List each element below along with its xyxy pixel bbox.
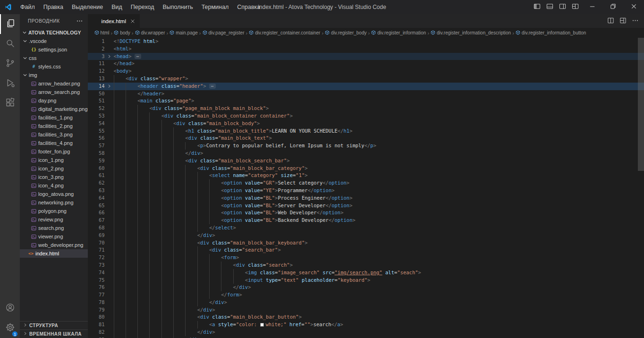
code-line-56[interactable]: 56 <div class="main_block_text">: [88, 135, 644, 142]
code-line-58[interactable]: 58 </div>: [88, 150, 644, 157]
tree-file-icon-3-png[interactable]: icon_3.png: [20, 173, 88, 181]
fold-chevron-icon[interactable]: [105, 53, 114, 60]
folded-ellipsis[interactable]: ⋯: [135, 54, 141, 59]
toggle-secondary-sidebar-button[interactable]: [556, 0, 569, 14]
editor-scrollbar[interactable]: [638, 38, 644, 171]
activity-source-control-button[interactable]: [0, 54, 20, 74]
code-line-60[interactable]: 60 <div class="main_block_bar_category">: [88, 165, 644, 172]
sidebar-more-actions-button[interactable]: [76, 17, 83, 25]
code-line-50[interactable]: 50 </header>: [88, 90, 644, 98]
breadcrumb-item-div-register-information-description[interactable]: div.register_information_description: [431, 30, 511, 36]
code-line-57[interactable]: 57 <p>Contrary to popular belief, Lorem …: [88, 142, 644, 150]
code-line-13[interactable]: 13 <div class="wrapper">: [88, 75, 644, 83]
activity-explorer-button[interactable]: [0, 14, 20, 34]
tree-file-facilities-1-png[interactable]: facilities_1.png: [20, 113, 88, 122]
activity-extensions-button[interactable]: [0, 93, 20, 113]
activity-account-button[interactable]: [0, 298, 20, 318]
menu-help[interactable]: Справка: [233, 0, 264, 14]
breadcrumb-item-html[interactable]: html: [94, 30, 110, 36]
code-line-53[interactable]: 53 <div class="main_block_container cont…: [88, 112, 644, 120]
tree-file-web-developer-png[interactable]: web_developer.png: [20, 241, 88, 249]
restore-button[interactable]: [602, 0, 623, 14]
breadcrumb-item-div-register-information[interactable]: div.register_information: [371, 30, 426, 36]
code-line-77[interactable]: 77 </form>: [88, 291, 644, 299]
code-line-63[interactable]: 63 <option value="YE">Programmer</option…: [88, 187, 644, 194]
code-line-76[interactable]: 76 </div>: [88, 284, 644, 291]
code-line-52[interactable]: 52 <div class="page_main_block main_bloc…: [88, 105, 644, 112]
menu-go[interactable]: Переход: [127, 0, 159, 14]
tree-file-search-png[interactable]: search.png: [20, 224, 88, 232]
breadcrumb-item-main-page[interactable]: main.page: [169, 30, 198, 36]
activity-search-button[interactable]: [0, 34, 20, 54]
breadcrumb-item-div-register-body[interactable]: div.register_body: [325, 30, 366, 36]
menu-run[interactable]: Выполнить: [159, 0, 197, 14]
tree-file-footer-fon-jpg[interactable]: footer_fon.jpg: [20, 147, 88, 156]
code-line-72[interactable]: 72 <form>: [88, 254, 644, 262]
fold-chevron-icon[interactable]: [105, 83, 114, 90]
code-editor[interactable]: 1<!DOCTYPE html>2<html>3<head>⋯11</head>…: [88, 38, 644, 338]
menu-edit[interactable]: Правка: [39, 0, 68, 14]
activity-run-debug-button[interactable]: [0, 74, 20, 93]
tree-file-arrow-header-png[interactable]: arrow_header.png: [20, 79, 88, 88]
split-editor-button[interactable]: [605, 16, 616, 26]
code-line-2[interactable]: 2<html>: [88, 45, 644, 53]
code-line-66[interactable]: 66 <option value="BL">Web Developer</opt…: [88, 209, 644, 217]
menu-file[interactable]: Файл: [16, 0, 39, 14]
tree-root-atova-technology[interactable]: ATOVA TECHNOLOGY: [20, 28, 88, 37]
tab-close-button[interactable]: [130, 18, 136, 24]
tree-file-styles-css[interactable]: #styles.css: [20, 62, 88, 71]
breadcrumb-item-body[interactable]: body: [114, 30, 130, 36]
section-timeline[interactable]: ВРЕМЕННАЯ ШКАЛА: [20, 330, 88, 338]
tree-file-icon-4-png[interactable]: icon_4.png: [20, 181, 88, 190]
tree-file-arrow-search-png[interactable]: arrow_search.png: [20, 88, 88, 96]
tree-file-facilities-3-png[interactable]: facilities_3.png: [20, 130, 88, 139]
tree-folder-img[interactable]: img: [20, 71, 88, 79]
tree-file-facilities-2-png[interactable]: facilities_2.png: [20, 122, 88, 130]
tab-index-html[interactable]: index.html: [88, 14, 140, 28]
code-line-51[interactable]: 51 <main class="page">: [88, 97, 644, 105]
code-line-64[interactable]: 64 <option value="BL">Process Engineer</…: [88, 194, 644, 202]
code-line-73[interactable]: 73 <div class="search">: [88, 262, 644, 269]
menu-view[interactable]: Вид: [107, 0, 127, 14]
customize-layout-button[interactable]: [569, 0, 582, 14]
section-outline[interactable]: СТРУКТУРА: [20, 321, 88, 330]
tree-file-digital-marketing-png[interactable]: digital_marketing.png: [20, 105, 88, 113]
code-line-3[interactable]: 3<head>⋯: [88, 53, 644, 60]
code-line-82[interactable]: 82 </div>: [88, 329, 644, 336]
tree-file-icon-2-png[interactable]: icon_2.png: [20, 164, 88, 173]
tree-file-settings-json[interactable]: {}settings.json: [20, 45, 88, 54]
code-line-69[interactable]: 69 </div>: [88, 232, 644, 239]
tree-file-facilities-4-png[interactable]: facilities_4.png: [20, 139, 88, 147]
code-line-54[interactable]: 54 <div class="main_block_body">: [88, 120, 644, 127]
code-line-61[interactable]: 61 <select name="category" size="1">: [88, 172, 644, 179]
tree-file-logo-atova-png[interactable]: logo_atova.png: [20, 190, 88, 198]
code-line-1[interactable]: 1<!DOCTYPE html>: [88, 38, 644, 45]
more-actions-button[interactable]: [630, 16, 640, 26]
code-line-71[interactable]: 71 <div class="search_bar">: [88, 246, 644, 254]
code-line-80[interactable]: 80 <div class="main_block_bar_button">: [88, 313, 644, 321]
close-button[interactable]: [623, 0, 644, 14]
tree-file-polygon-png[interactable]: polygon.png: [20, 207, 88, 215]
code-line-65[interactable]: 65 <option value="BL">Server Developer</…: [88, 202, 644, 210]
breadcrumb-item-div-register-information-button[interactable]: div.register_information_button: [516, 30, 586, 36]
tree-file-review-png[interactable]: review.png: [20, 215, 88, 224]
code-line-81[interactable]: 81 <a style="color: white;" href="">sear…: [88, 321, 644, 329]
menu-terminal[interactable]: Терминал: [197, 0, 233, 14]
toggle-sidebar-button[interactable]: [531, 0, 543, 14]
code-line-75[interactable]: 75 <input type="text" placeholder="keybo…: [88, 277, 644, 284]
code-line-74[interactable]: 74 <img class="image_search" src="img/se…: [88, 269, 644, 277]
code-line-11[interactable]: 11</head>: [88, 60, 644, 68]
activity-settings-button[interactable]: 1: [0, 318, 20, 338]
code-line-55[interactable]: 55 <h1 class="main_block_title">LEARN ON…: [88, 127, 644, 135]
code-line-62[interactable]: 62 <option value="GR">Select category</o…: [88, 179, 644, 187]
menu-selection[interactable]: Выделение: [68, 0, 107, 14]
breadcrumb-item-div-wrapper[interactable]: div.wrapper: [135, 30, 165, 36]
code-line-12[interactable]: 12<body>: [88, 68, 644, 75]
toggle-panel-button[interactable]: [543, 0, 556, 14]
tree-file-icon-1-png[interactable]: icon_1.png: [20, 156, 88, 164]
code-line-68[interactable]: 68 </select>: [88, 224, 644, 232]
toggle-editor-layout-button[interactable]: [618, 16, 628, 26]
tree-folder-vscode[interactable]: .vscode: [20, 37, 88, 45]
code-line-59[interactable]: 59 <div class="main_block_search_bar">: [88, 157, 644, 165]
breadcrumb-item-div-register-container-container[interactable]: div.register_container.container: [249, 30, 320, 36]
